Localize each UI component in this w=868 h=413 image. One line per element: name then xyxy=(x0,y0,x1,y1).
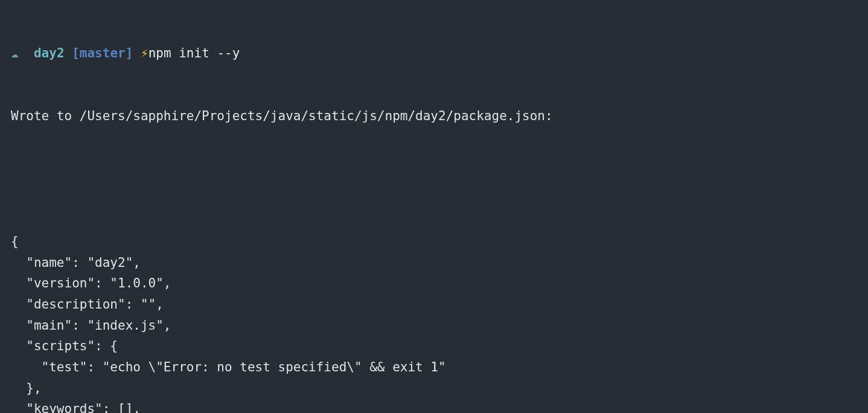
lightning-icon: ⚡ xyxy=(141,46,148,60)
prompt-branch: [master] xyxy=(72,46,133,60)
terminal[interactable]: ☁ day2 [master] ⚡npm init --y Wrote to /… xyxy=(0,0,868,413)
command-text: npm init --y xyxy=(148,46,240,60)
output-blank xyxy=(11,168,857,190)
cloud-icon: ☁ xyxy=(11,46,19,60)
prompt-line-1: ☁ day2 [master] ⚡npm init --y xyxy=(11,43,857,64)
output-wrote-line: Wrote to /Users/sapphire/Projects/java/s… xyxy=(11,106,857,127)
prompt-dir: day2 xyxy=(34,46,65,60)
output-json: { "name": "day2", "version": "1.0.0", "d… xyxy=(11,231,857,413)
